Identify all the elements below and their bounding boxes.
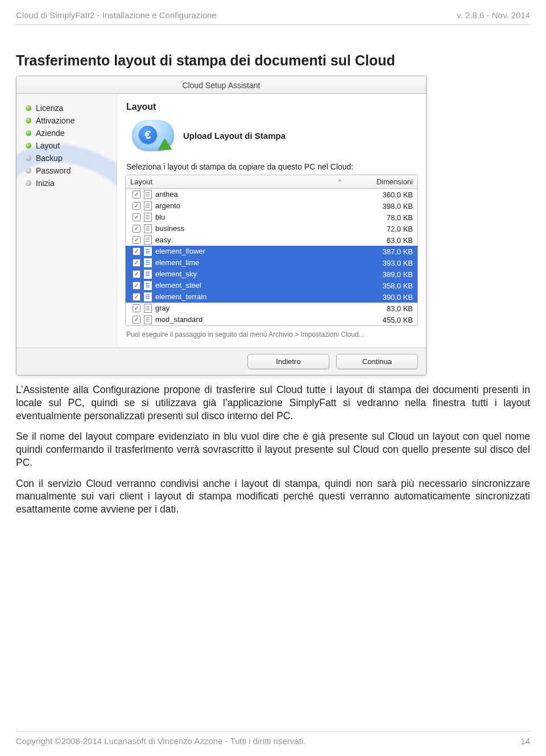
step-done-icon xyxy=(26,118,31,123)
sort-ascending-icon: ^ xyxy=(338,179,341,185)
step-pending-icon xyxy=(26,180,31,186)
document-icon xyxy=(144,258,152,267)
row-checkbox[interactable]: ✓ xyxy=(133,247,140,255)
wizard-step-label: Attivazione xyxy=(36,116,75,125)
document-icon xyxy=(144,224,152,233)
euro-badge-icon: € xyxy=(139,126,157,144)
document-icon xyxy=(144,292,152,301)
footer-page-number: 14 xyxy=(520,736,530,746)
body-paragraph: Se il nome del layout compare evidenziat… xyxy=(16,430,530,469)
wizard-window: Cloud Setup Assistant LicenzaAttivazione… xyxy=(16,76,427,375)
section-heading: Trasferimento layout di stampa dei docum… xyxy=(16,52,530,69)
document-icon xyxy=(144,281,152,290)
document-icon xyxy=(144,270,152,279)
wizard-titlebar: Cloud Setup Assistant xyxy=(16,76,426,94)
layout-name: element_lime xyxy=(155,258,199,267)
wizard-step[interactable]: Attivazione xyxy=(26,114,111,127)
back-button[interactable]: Indietro xyxy=(247,354,329,369)
page-header: Cloud di SimplyFatt2 - Installazione e C… xyxy=(16,10,530,25)
wizard-step-label: Backup xyxy=(36,154,63,163)
wizard-steps: LicenzaAttivazioneAziendeLayoutBackupPas… xyxy=(16,94,117,348)
document-icon xyxy=(144,304,152,313)
header-left: Cloud di SimplyFatt2 - Installazione e C… xyxy=(16,10,217,20)
wizard-step-label: Licenza xyxy=(36,104,63,113)
wizard-step-label: Inizia xyxy=(36,179,55,188)
row-checkbox[interactable]: ✓ xyxy=(133,270,140,278)
row-checkbox[interactable]: ✓ xyxy=(133,259,140,267)
layout-name: element_terrain xyxy=(155,292,206,301)
layout-name: element_flower xyxy=(155,247,205,255)
step-pending-icon xyxy=(26,168,31,173)
layout-name: element_sky xyxy=(155,270,197,278)
panel-heading: Layout xyxy=(126,102,418,112)
upload-arrow-icon xyxy=(158,138,172,150)
row-checkbox[interactable]: ✓ xyxy=(133,202,140,210)
wizard-step-label: Password xyxy=(36,166,71,175)
layout-name: easy xyxy=(155,236,171,244)
row-checkbox[interactable]: ✓ xyxy=(133,282,140,290)
footer-left: Copyright ©2008-2014 Lucanasoft di Vince… xyxy=(16,736,305,746)
document-icon xyxy=(144,190,152,199)
wizard-step[interactable]: Aziende xyxy=(26,127,111,139)
step-done-icon xyxy=(26,105,31,111)
row-checkbox[interactable]: ✓ xyxy=(133,236,140,244)
wizard-step[interactable]: Inizia xyxy=(26,177,111,189)
page-footer: Copyright ©2008-2014 Lucanasoft di Vince… xyxy=(16,731,530,746)
wizard-step-label: Layout xyxy=(36,141,60,150)
col-dimensioni[interactable]: Dimensioni xyxy=(346,175,417,188)
document-icon xyxy=(144,236,152,245)
header-right: v. 2.8.6 - Nov. 2014 xyxy=(457,10,530,20)
layout-name: mod_standard xyxy=(155,315,202,324)
step-done-icon xyxy=(26,143,31,148)
row-checkbox[interactable]: ✓ xyxy=(133,316,140,324)
wizard-step[interactable]: Licenza xyxy=(26,102,111,114)
table-header[interactable]: Layout ^ Dimensioni xyxy=(126,175,417,189)
row-checkbox[interactable]: ✓ xyxy=(133,191,140,199)
cloud-upload-icon: € xyxy=(132,120,174,151)
table-row[interactable]: ✓mod_standard455,0 KB xyxy=(126,314,417,325)
layout-name: argento xyxy=(155,201,180,210)
wizard-step[interactable]: Password xyxy=(26,164,111,177)
layout-name: element_steel xyxy=(155,281,201,290)
body-paragraph: Con il servizio Cloud verranno condivisi… xyxy=(16,477,530,516)
layout-table: Layout ^ Dimensioni ✓anthea360,0 KB✓arge… xyxy=(125,175,418,326)
wizard-main-panel: Layout € Upload Layout di Stampa Selezio… xyxy=(117,94,426,348)
layout-name: anthea xyxy=(155,190,178,199)
layout-name: blu xyxy=(155,213,165,221)
row-checkbox[interactable]: ✓ xyxy=(133,213,140,221)
row-checkbox[interactable]: ✓ xyxy=(133,304,140,312)
step-done-icon xyxy=(26,130,31,136)
row-checkbox[interactable]: ✓ xyxy=(133,293,140,301)
document-icon xyxy=(144,213,152,222)
instruction-text: Seleziona i layout di stampa da copiare … xyxy=(126,162,418,171)
upload-heading: € Upload Layout di Stampa xyxy=(132,120,418,151)
wizard-step[interactable]: Backup xyxy=(26,152,111,164)
document-icon xyxy=(144,201,152,210)
layout-name: gray xyxy=(155,304,169,312)
row-checkbox[interactable]: ✓ xyxy=(133,225,140,233)
wizard-step[interactable]: Layout xyxy=(26,139,111,152)
document-icon xyxy=(144,247,152,256)
document-icon xyxy=(144,315,152,324)
body-paragraph: L’Assistente alla Configurazione propone… xyxy=(16,383,530,422)
hint-text: Puoi eseguire il passaggio in seguito da… xyxy=(126,331,417,338)
layout-size: 455,0 KB xyxy=(346,313,417,327)
layout-name: business xyxy=(155,224,184,233)
wizard-step-label: Aziende xyxy=(36,129,65,138)
wizard-button-bar: Indietro Continua xyxy=(16,348,426,375)
continue-button[interactable]: Continua xyxy=(336,354,418,369)
col-layout[interactable]: Layout xyxy=(130,177,152,186)
step-pending-icon xyxy=(26,155,31,161)
upload-title: Upload Layout di Stampa xyxy=(183,131,286,141)
